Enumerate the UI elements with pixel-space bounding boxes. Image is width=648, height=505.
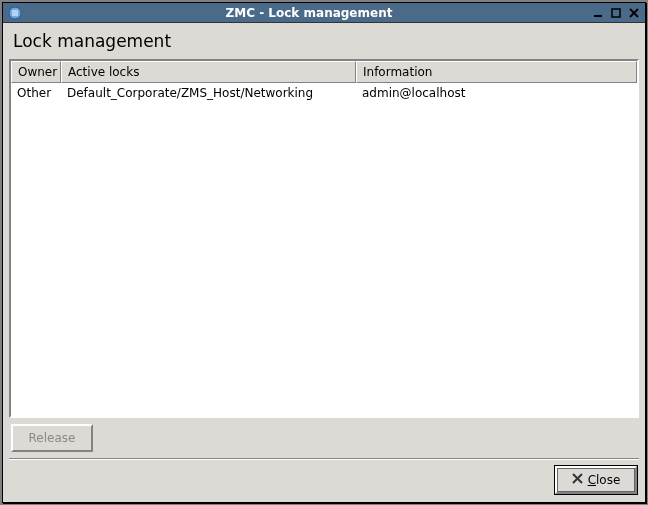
window-frame: ZMC - Lock management Lock management Ow… (2, 2, 646, 503)
page-title: Lock management (9, 29, 639, 59)
maximize-button[interactable] (609, 6, 623, 20)
table-body[interactable]: Other Default_Corporate/ZMS_Host/Network… (11, 83, 637, 416)
column-header-active-locks[interactable]: Active locks (61, 61, 356, 83)
svg-rect-1 (594, 15, 602, 17)
table-row[interactable]: Other Default_Corporate/ZMS_Host/Network… (11, 83, 637, 103)
release-button-label: Release (29, 431, 76, 445)
svg-rect-2 (612, 9, 620, 17)
content-area: Lock management Owner Active locks Infor… (3, 23, 645, 502)
action-row: Release (9, 418, 639, 456)
locks-table: Owner Active locks Information Other Def… (9, 59, 639, 418)
window-close-button[interactable] (627, 6, 641, 20)
column-header-information[interactable]: Information (356, 61, 637, 83)
window-controls (591, 6, 645, 20)
cell-information: admin@localhost (356, 84, 637, 102)
close-button[interactable]: Close (555, 466, 637, 494)
separator (9, 458, 639, 460)
column-header-owner[interactable]: Owner (11, 61, 61, 83)
window-title: ZMC - Lock management (27, 6, 591, 20)
titlebar[interactable]: ZMC - Lock management (3, 3, 645, 23)
cell-owner: Other (11, 84, 61, 102)
close-button-label: Close (588, 473, 621, 487)
table-header: Owner Active locks Information (11, 61, 637, 83)
dialog-button-row: Close (9, 466, 639, 496)
release-button: Release (11, 424, 93, 452)
cell-active-locks: Default_Corporate/ZMS_Host/Networking (61, 84, 356, 102)
close-icon (572, 473, 583, 487)
minimize-button[interactable] (591, 6, 605, 20)
app-icon (7, 5, 23, 21)
